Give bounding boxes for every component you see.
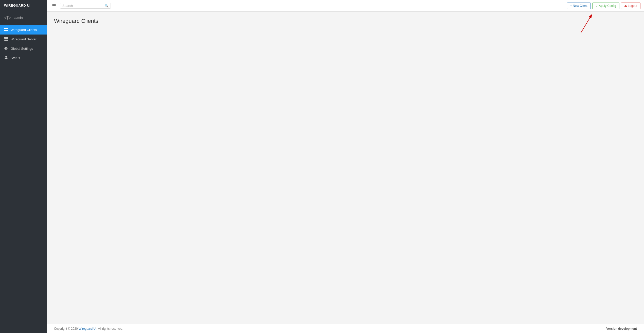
sidebar: WIREGUARD UI ◁▷ admin Wireguard Clients (0, 0, 47, 333)
version-label: Version (606, 327, 617, 330)
svg-rect-4 (4, 37, 8, 38)
sidebar-item-wireguard-server[interactable]: Wireguard Server (0, 35, 47, 44)
svg-rect-1 (6, 28, 8, 29)
username-label: admin (14, 16, 23, 20)
footer-brand-link[interactable]: Wireguard UI. (79, 327, 97, 330)
sidebar-item-status[interactable]: Status (0, 53, 47, 63)
sidebar-item-label: Wireguard Server (11, 37, 37, 41)
sidebar-item-wireguard-clients[interactable]: Wireguard Clients (0, 25, 47, 35)
menu-toggle-button[interactable]: ☰ (50, 2, 58, 10)
content-area: Wireguard Clients (47, 12, 644, 324)
new-client-button[interactable]: + New Client (567, 3, 591, 9)
grid-icon (4, 28, 8, 32)
sidebar-user: ◁▷ admin (0, 11, 47, 24)
sidebar-brand: WIREGUARD UI (0, 0, 47, 11)
svg-point-7 (5, 56, 7, 58)
person-icon (4, 56, 8, 60)
version-value: development (618, 327, 637, 330)
main-content: ☰ 🔍 + New Client ✓ Apply Config ⏏ Logout… (47, 0, 644, 333)
search-icon: 🔍 (104, 4, 109, 8)
sidebar-item-global-settings[interactable]: Global Settings (0, 44, 47, 53)
sidebar-item-label: Wireguard Clients (11, 28, 37, 32)
topbar: ☰ 🔍 + New Client ✓ Apply Config ⏏ Logout (47, 0, 644, 12)
search-wrapper: 🔍 (60, 3, 111, 9)
page-title: Wireguard Clients (54, 18, 637, 24)
apply-config-button[interactable]: ✓ Apply Config (592, 3, 619, 9)
sidebar-item-label: Global Settings (11, 47, 33, 51)
server-icon (4, 37, 8, 41)
gear-icon (4, 46, 8, 51)
sidebar-item-label: Status (11, 56, 20, 60)
logout-button[interactable]: ⏏ Logout (621, 3, 640, 9)
search-input[interactable] (62, 4, 103, 8)
footer-copyright: Copyright © 2020 Wireguard UI. All right… (54, 327, 123, 330)
copyright-text: Copyright © 2020 (54, 327, 78, 330)
footer: Copyright © 2020 Wireguard UI. All right… (47, 324, 644, 333)
svg-rect-6 (4, 40, 8, 41)
footer-version: Version development (606, 327, 637, 330)
svg-rect-3 (6, 30, 8, 31)
user-icon: ◁▷ (4, 15, 11, 20)
svg-rect-2 (4, 30, 6, 31)
topbar-actions: + New Client ✓ Apply Config ⏏ Logout (567, 3, 640, 9)
svg-rect-5 (4, 38, 8, 39)
svg-rect-0 (4, 28, 6, 29)
rights-text: All rights reserved. (98, 327, 123, 330)
sidebar-nav: Wireguard Clients Wireguard Server Globa… (0, 24, 47, 333)
